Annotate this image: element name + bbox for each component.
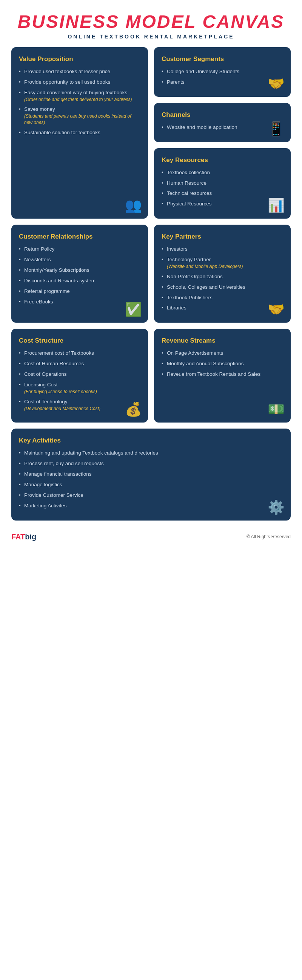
page-wrapper: BUSINESS MODEL CANVAS ONLINE TEXTBOOK RE…: [0, 0, 302, 549]
row-1: Value Proposition Provide used textbooks…: [0, 47, 302, 219]
footer-copyright: © All Rights Reserved: [246, 534, 291, 539]
card-icon: 📊: [268, 197, 284, 213]
list-item: Physical Resources: [161, 200, 283, 208]
row-2: Customer Relationships Return Policy New…: [0, 224, 302, 323]
list-item: Parents: [161, 79, 283, 86]
card-icon: 👥: [125, 197, 142, 213]
value-proposition-title: Value Proposition: [19, 56, 141, 63]
key-activities-list: Maintaining and updating Textbook catalo…: [19, 450, 283, 509]
list-item: Saves money (Students and parents can bu…: [19, 106, 141, 126]
footer-logo: FATbig: [11, 533, 36, 541]
list-item: Technology Partner (Website and Mobile A…: [161, 256, 283, 270]
list-item: Easy and convenient way of buying textbo…: [19, 89, 141, 103]
sub-text: (Development and Maintenance Cost): [24, 406, 141, 412]
list-item: Textbook Publishers: [161, 294, 283, 302]
card-icon: 💵: [268, 401, 284, 417]
revenue-streams-list: On Page Advertisements Monthly and Annua…: [161, 350, 283, 378]
list-item: Reveue from Textbook Rentals and Sales: [161, 371, 283, 378]
list-item: Manage logistics: [19, 481, 283, 488]
list-item: Cost of Technology (Development and Main…: [19, 398, 141, 412]
value-proposition-list: Provide used textbooks at lesser price P…: [19, 68, 141, 137]
list-item: Licensing Cost (For buying license to re…: [19, 382, 141, 395]
key-resources-card: Key Resources Textbook collection Human …: [154, 148, 291, 219]
customer-segments-card: Customer Segments College and University…: [154, 47, 291, 97]
customer-segments-title: Customer Segments: [161, 56, 283, 63]
page-subtitle: ONLINE TEXTBOOK RENTAL MARKETPLACE: [8, 33, 294, 40]
revenue-streams-title: Revenue Streams: [161, 337, 283, 345]
list-item: Provide opportunity to sell used books: [19, 79, 141, 86]
sub-text: (Website and Mobile App Developers): [167, 264, 283, 270]
list-item: Libraries: [161, 305, 283, 312]
list-item: Procurement cost of Textbooks: [19, 350, 141, 357]
channels-card: Channels Website and mobile application …: [154, 103, 291, 142]
list-item: Discounts and Rewards system: [19, 277, 141, 285]
card-icon: ✅: [125, 302, 142, 317]
logo-fat: FAT: [11, 533, 25, 541]
list-item: Sustainable solution for textbooks: [19, 129, 141, 137]
list-item: Referral programme: [19, 288, 141, 295]
customer-relationships-title: Customer Relationships: [19, 233, 141, 240]
card-icon: 🤝: [268, 302, 284, 317]
card-icon: 📱: [268, 121, 284, 137]
logo-big: big: [25, 533, 36, 541]
footer: FATbig © All Rights Reserved: [0, 527, 302, 549]
header: BUSINESS MODEL CANVAS ONLINE TEXTBOOK RE…: [0, 0, 302, 47]
list-item: Technical resources: [161, 190, 283, 197]
list-item: Marketing Activites: [19, 503, 283, 510]
key-activities-title: Key Activities: [19, 437, 283, 444]
key-resources-title: Key Resources: [161, 156, 283, 164]
value-proposition-card: Value Proposition Provide used textbooks…: [11, 47, 148, 219]
customer-segments-list: College and University Students Parents: [161, 68, 283, 86]
list-item: Newsletters: [19, 256, 141, 264]
cost-structure-title: Cost Structure: [19, 337, 141, 345]
key-resources-list: Textbook collection Human Resource Techn…: [161, 169, 283, 208]
card-icon: ⚙️: [268, 500, 284, 515]
list-item: Monthly and Annual Subscriptions: [161, 360, 283, 368]
list-item: Maintaining and updating Textbook catalo…: [19, 450, 283, 457]
list-item: Human Resource: [161, 180, 283, 187]
list-item: Textbook collection: [161, 169, 283, 177]
sub-text: (For buying license to resell ebooks): [24, 388, 141, 395]
list-item: College and University Students: [161, 68, 283, 75]
cost-structure-card: Cost Structure Procurement cost of Textb…: [11, 329, 148, 423]
channels-title: Channels: [161, 111, 283, 119]
key-partners-card: Key Partners Investors Technology Partne…: [154, 224, 291, 323]
sub-text: (Students and parents can buy used books…: [24, 113, 141, 126]
list-item: Free eBooks: [19, 299, 141, 306]
list-item: Cost of Operations: [19, 371, 141, 378]
list-item: Investors: [161, 246, 283, 253]
list-item: Schools, Colleges and Universities: [161, 284, 283, 291]
page-title: BUSINESS MODEL CANVAS: [8, 11, 294, 32]
sub-text: (Order online and get them delivered to …: [24, 97, 141, 103]
row-3: Cost Structure Procurement cost of Textb…: [0, 329, 302, 423]
customer-relationships-list: Return Policy Newsletters Monthly/Yearly…: [19, 246, 141, 305]
channels-list: Website and mobile application: [161, 124, 283, 131]
list-item: Provide used textbooks at lesser price: [19, 68, 141, 75]
revenue-streams-card: Revenue Streams On Page Advertisements M…: [154, 329, 291, 423]
card-icon: 💰: [125, 401, 142, 417]
key-activities-card: Key Activities Maintaining and updating …: [11, 429, 291, 520]
card-icon: 🤝: [268, 76, 284, 92]
list-item: Return Policy: [19, 246, 141, 253]
list-item: On Page Advertisements: [161, 350, 283, 357]
right-stack: Customer Segments College and University…: [154, 47, 291, 219]
list-item: Manage financial transactions: [19, 471, 283, 478]
customer-relationships-card: Customer Relationships Return Policy New…: [11, 224, 148, 323]
key-partners-title: Key Partners: [161, 233, 283, 240]
list-item: Cost of Human Resources: [19, 360, 141, 368]
row-4: Key Activities Maintaining and updating …: [0, 429, 302, 520]
list-item: Website and mobile application: [161, 124, 283, 131]
list-item: Provide Customer Service: [19, 492, 283, 499]
list-item: Process rent, buy and sell requests: [19, 460, 283, 468]
key-partners-list: Investors Technology Partner (Website an…: [161, 246, 283, 312]
list-item: Non-Profit Organizations: [161, 273, 283, 280]
list-item: Monthly/Yearly Subscriptions: [19, 267, 141, 274]
cost-structure-list: Procurement cost of Textbooks Cost of Hu…: [19, 350, 141, 412]
